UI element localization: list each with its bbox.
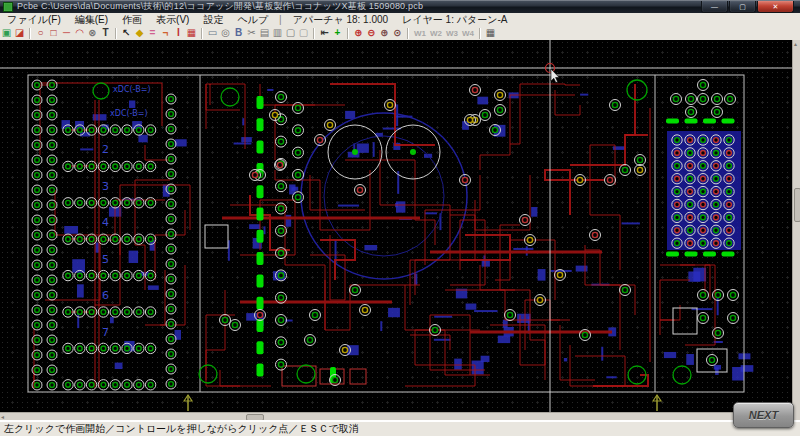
menu-separator: | — [275, 14, 286, 25]
hole-tool-icon[interactable]: ⊗ — [87, 27, 98, 39]
app-icon — [3, 2, 13, 12]
vertical-scrollbar[interactable]: ▴ ▾ — [792, 40, 800, 420]
window-3-button[interactable]: W3 — [446, 29, 458, 38]
round-select-icon[interactable]: ◎ — [220, 27, 231, 39]
ungroup-icon[interactable]: ▢ — [298, 27, 309, 39]
pcbe-application-window: Pcbe C:\Users\da\Documents\技術\的12\ココアッシ開… — [0, 0, 800, 436]
window-1-button[interactable]: W1 — [414, 29, 426, 38]
pcb-canvas[interactable]: xDC(-B=)xDC(-B=)234567 — [0, 40, 792, 412]
text-tool-icon[interactable]: T — [100, 27, 111, 39]
toolbar-separator — [347, 28, 349, 39]
close-button[interactable]: ✕ — [757, 1, 794, 13]
area-select-icon[interactable]: ▭ — [207, 27, 218, 39]
corner-tool-icon[interactable]: ¬ — [160, 27, 171, 39]
fill-tool-icon[interactable]: ▦ — [186, 27, 197, 39]
menu-settings[interactable]: 設定 — [196, 14, 230, 25]
toolbar-separator — [407, 28, 409, 39]
svg-text:xDC(-B=): xDC(-B=) — [110, 109, 148, 118]
toolbar: ▣◪○□─◠⊗T↖◆=¬I▦▭◎B✂▤▥▢▢⇤+⊕⊖⊕⊙W1W2W3W4▦ — [0, 26, 800, 41]
scroll-up-icon[interactable]: ▴ — [794, 40, 797, 48]
paste-icon[interactable]: ▥ — [272, 27, 283, 39]
copy-icon[interactable]: ▤ — [259, 27, 270, 39]
line-tool-icon[interactable]: ─ — [61, 27, 72, 39]
menu-view[interactable]: 表示(V) — [149, 14, 196, 25]
pad-tool-icon[interactable]: I — [173, 27, 184, 39]
group-icon[interactable]: ▢ — [285, 27, 296, 39]
zoom-fit-icon[interactable]: ⊙ — [392, 27, 403, 39]
equal-tool-icon[interactable]: = — [147, 27, 158, 39]
via-tool-icon[interactable]: ◆ — [134, 27, 145, 39]
window-4-button[interactable]: W4 — [462, 29, 474, 38]
overlay-next-label: NEXT — [749, 409, 778, 421]
menu-bar: ファイル(F)編集(E)作画表示(V)設定ヘルプ | アパーチャ 18: 1.0… — [0, 13, 800, 27]
toolbar-separator — [115, 28, 117, 39]
menu-draw[interactable]: 作画 — [115, 14, 149, 25]
select-tool-icon[interactable]: ↖ — [121, 27, 132, 39]
window-2-button[interactable]: W2 — [430, 29, 442, 38]
grid-toggle-icon[interactable]: ▦ — [485, 27, 496, 39]
toolbar-separator — [479, 28, 481, 39]
toolbar-separator — [201, 28, 203, 39]
circle-tool-icon[interactable]: ○ — [35, 27, 46, 39]
maximize-button[interactable]: ▢ — [729, 1, 756, 13]
aperture-indicator[interactable]: アパーチャ 18: 1.000 — [286, 13, 395, 27]
window-controls: —▢✕ — [700, 1, 794, 13]
svg-text:2: 2 — [102, 143, 109, 156]
svg-text:5: 5 — [102, 253, 109, 266]
status-message: 左クリックで作画開始／コントロールを押しながらクリック点／ＥＳＣで取消 — [4, 422, 359, 436]
svg-text:xDC(-B=): xDC(-B=) — [113, 85, 151, 94]
status-bar: 左クリックで作画開始／コントロールを押しながらクリック点／ＥＳＣで取消 — [0, 420, 800, 436]
cut-icon[interactable]: ✂ — [246, 27, 257, 39]
svg-text:6: 6 — [102, 289, 109, 302]
layer-indicator[interactable]: レイヤー 1: パターン-A — [395, 13, 514, 27]
window-title: Pcbe C:\Users\da\Documents\技術\的12\ココアッシ開… — [17, 0, 700, 13]
vertical-scroll-thumb[interactable] — [794, 188, 800, 222]
origin-icon[interactable]: ⇤ — [319, 27, 330, 39]
mouse-cursor — [551, 69, 559, 83]
menu-file[interactable]: ファイル(F) — [0, 14, 68, 25]
svg-text:3: 3 — [102, 180, 109, 193]
arc-tool-icon[interactable]: ◠ — [74, 27, 85, 39]
zoom-in-icon[interactable]: ⊕ — [353, 27, 364, 39]
overlay-next-button[interactable]: NEXT — [733, 402, 794, 428]
minimize-button[interactable]: — — [701, 1, 728, 13]
block-tool-icon[interactable]: B — [233, 27, 244, 39]
menu-edit[interactable]: 編集(E) — [68, 14, 115, 25]
toolbar-separator — [313, 28, 315, 39]
zoom-window-icon[interactable]: ⊕ — [379, 27, 390, 39]
menu-help[interactable]: ヘルプ — [230, 14, 275, 25]
title-bar[interactable]: Pcbe C:\Users\da\Documents\技術\的12\ココアッシ開… — [0, 0, 800, 13]
toolbar-separator — [29, 28, 31, 39]
zoom-out-icon[interactable]: ⊖ — [366, 27, 377, 39]
svg-text:4: 4 — [102, 216, 109, 229]
svg-text:7: 7 — [102, 326, 109, 339]
rect-tool-icon[interactable]: □ — [48, 27, 59, 39]
open-file-icon[interactable]: ◪ — [14, 27, 25, 39]
crosshair-icon[interactable]: + — [332, 27, 343, 39]
new-file-icon[interactable]: ▣ — [1, 27, 12, 39]
